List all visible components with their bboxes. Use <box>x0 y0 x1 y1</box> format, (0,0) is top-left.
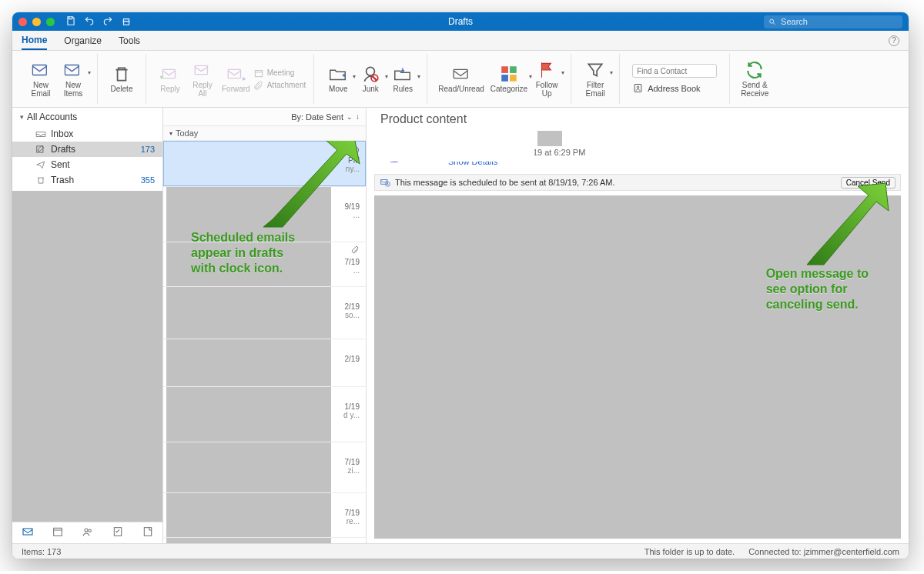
sort-direction-icon[interactable]: ↓ <box>356 112 360 121</box>
redo-icon[interactable] <box>102 15 113 28</box>
save-icon[interactable] <box>65 15 76 28</box>
message-list: By: Date Sent ⌄ ↓ ▾ Today PM ny... 9/1 <box>163 108 367 543</box>
email-subject: Product content <box>367 108 909 129</box>
list-item[interactable]: 7/19 zi... <box>163 442 366 493</box>
list-item[interactable]: 7/19 ... <box>163 242 366 287</box>
forward-label: Forward <box>222 85 250 94</box>
item-snip: d y... <box>169 411 360 419</box>
meeting-button[interactable]: Meeting <box>253 68 306 78</box>
categorize-label: Categorize <box>490 85 527 94</box>
reply-button[interactable]: Reply <box>154 62 186 95</box>
sent-label: Sent <box>51 159 70 170</box>
svg-rect-10 <box>454 70 467 78</box>
item-snip: so... <box>169 311 360 319</box>
address-book-button[interactable]: Address Book <box>632 82 717 94</box>
svg-point-16 <box>637 86 639 88</box>
tasks-module-icon[interactable] <box>112 526 124 540</box>
group-today[interactable]: ▾ Today <box>163 126 366 141</box>
address-book-label: Address Book <box>648 84 700 93</box>
tab-home[interactable]: Home <box>22 32 47 50</box>
svg-rect-24 <box>144 528 151 536</box>
svg-rect-5 <box>195 65 207 74</box>
drafts-count: 173 <box>141 145 155 154</box>
window-controls <box>18 18 55 26</box>
undo-icon[interactable] <box>84 15 95 28</box>
calendar-module-icon[interactable] <box>52 526 64 540</box>
item-date: 7/19 <box>169 509 360 517</box>
notes-module-icon[interactable] <box>142 526 154 540</box>
ribbon: New Email ▾ New Items Delete Reply Reply… <box>12 51 909 108</box>
list-item[interactable]: 9/19 ... <box>163 187 366 242</box>
filter-email-button[interactable]: ▾ Filter Email <box>579 58 611 99</box>
folder-drafts[interactable]: Drafts 173 <box>12 142 162 157</box>
app-window: Drafts Home Organize Tools ? New Email ▾… <box>12 12 909 559</box>
junk-label: Junk <box>363 85 379 94</box>
zoom-window[interactable] <box>46 18 55 26</box>
categorize-button[interactable]: ▾ Categorize <box>487 62 531 95</box>
inbox-label: Inbox <box>51 128 73 139</box>
search-field[interactable] <box>764 15 902 28</box>
cancel-send-button[interactable]: Cancel Send <box>841 177 896 189</box>
annotation-right: Open message to see option for canceling… <box>766 266 869 312</box>
reply-all-label: Reply All <box>192 82 213 98</box>
list-item[interactable]: 1/19 d y... <box>163 387 366 442</box>
folder-trash[interactable]: Trash 355 <box>12 172 162 188</box>
attachment-icon <box>351 245 360 256</box>
email-body-redaction: Open message to see option for canceling… <box>374 195 901 539</box>
svg-point-22 <box>89 529 91 532</box>
accounts-header[interactable]: ▾ All Accounts <box>12 108 162 126</box>
help-icon[interactable]: ? <box>889 35 899 46</box>
item-date: 2/19 <box>169 355 360 363</box>
read-unread-label: Read/Unread <box>438 85 484 94</box>
forward-button[interactable]: Forward <box>219 62 253 95</box>
send-receive-button[interactable]: Send & Receive <box>738 58 772 99</box>
rules-label: Rules <box>393 85 413 94</box>
notice-text: This message is scheduled to be sent at … <box>395 178 615 187</box>
follow-up-button[interactable]: ▾ Follow Up <box>531 58 563 99</box>
list-body: PM ny... 9/19 ... 7/19 ... 2/19 so... <box>163 141 366 543</box>
move-label: Move <box>329 85 347 94</box>
delete-button[interactable]: Delete <box>105 62 138 95</box>
find-contact-input[interactable] <box>632 64 717 78</box>
new-email-button[interactable]: New Email <box>25 58 57 99</box>
new-items-button[interactable]: ▾ New Items <box>57 58 89 99</box>
new-email-label: New Email <box>31 82 50 98</box>
rules-button[interactable]: ▾ Rules <box>387 62 419 95</box>
list-item[interactable]: 2/19 <box>163 339 366 387</box>
svg-rect-20 <box>53 528 62 536</box>
folder-inbox[interactable]: Inbox <box>12 126 162 142</box>
list-item[interactable]: PM ny... <box>163 141 366 187</box>
close-window[interactable] <box>18 18 27 26</box>
from-redaction-2 <box>537 131 562 146</box>
reply-all-button[interactable]: Reply All <box>186 58 219 99</box>
attachment-label: Attachment <box>267 81 306 89</box>
item-snip: ... <box>169 211 360 219</box>
people-module-icon[interactable] <box>82 526 94 540</box>
item-snip: zi... <box>169 466 360 475</box>
svg-rect-2 <box>32 65 46 75</box>
minimize-window[interactable] <box>32 18 41 26</box>
svg-rect-4 <box>162 70 175 78</box>
attachment-button[interactable]: Attachment <box>253 80 306 91</box>
tab-tools[interactable]: Tools <box>119 32 140 49</box>
item-date: 1/19 <box>169 402 360 411</box>
chevron-down-icon: ⌄ <box>346 113 353 121</box>
tab-organize[interactable]: Organize <box>64 32 102 49</box>
list-item[interactable]: 7/19 re... <box>163 493 366 538</box>
move-button[interactable]: ▾ Move <box>322 62 354 95</box>
status-folder: This folder is up to date. <box>644 547 735 556</box>
svg-rect-27 <box>381 180 387 185</box>
list-item[interactable]: 2/19 so... <box>163 287 366 339</box>
mail-module-icon[interactable] <box>22 526 34 540</box>
sort-header[interactable]: By: Date Sent ⌄ ↓ <box>163 108 366 126</box>
folder-sidebar: ▾ All Accounts Inbox Drafts 173 Sent <box>12 108 163 543</box>
folder-sent[interactable]: Sent <box>12 157 162 172</box>
print-icon[interactable] <box>121 15 132 28</box>
read-unread-button[interactable]: Read/Unread <box>435 62 487 95</box>
svg-rect-14 <box>510 75 517 82</box>
item-date: PM <box>169 156 360 165</box>
search-input[interactable] <box>779 16 898 27</box>
svg-rect-13 <box>501 75 508 82</box>
trash-count: 355 <box>141 175 155 185</box>
junk-button[interactable]: ▾ Junk <box>354 62 387 95</box>
